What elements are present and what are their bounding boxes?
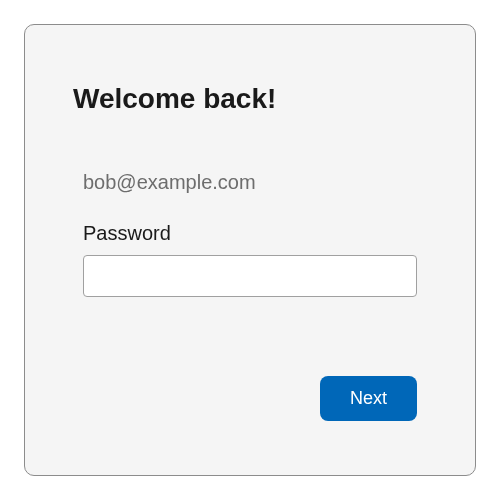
next-button[interactable]: Next [320, 376, 417, 421]
button-row: Next [73, 376, 427, 427]
page-title: Welcome back! [73, 83, 427, 115]
account-email: bob@example.com [73, 171, 427, 194]
password-input[interactable] [83, 255, 417, 297]
password-label: Password [73, 222, 427, 245]
login-card: Welcome back! bob@example.com Password N… [24, 24, 476, 476]
